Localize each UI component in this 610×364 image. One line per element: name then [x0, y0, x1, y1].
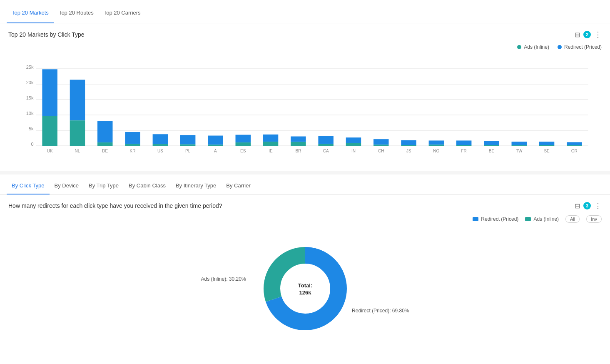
- svg-rect-44: [484, 141, 499, 145]
- svg-rect-19: [125, 144, 140, 146]
- svg-text:20k: 20k: [26, 80, 34, 85]
- pie-label-redirect: Redirect (Priced): [481, 216, 518, 222]
- svg-rect-21: [153, 144, 168, 146]
- svg-text:NO: NO: [433, 149, 439, 153]
- svg-text:BR: BR: [295, 149, 301, 153]
- svg-text:Total:: Total:: [298, 282, 312, 289]
- svg-text:IN: IN: [351, 149, 356, 153]
- svg-rect-50: [567, 142, 582, 145]
- legend-label-ads-inline: Ads (Inline): [524, 44, 549, 50]
- svg-text:TW: TW: [516, 149, 523, 153]
- svg-text:UK: UK: [47, 149, 53, 153]
- tab-by-cabin-class[interactable]: By Cabin Class: [124, 177, 171, 194]
- donut-annotation-redirect: Redirect (Priced): 69.80%: [352, 308, 409, 314]
- tab-top20markets[interactable]: Top 20 Markets: [7, 3, 54, 23]
- pill-inv[interactable]: Inv: [586, 215, 602, 223]
- pie-swatch-ads: [525, 217, 531, 221]
- svg-rect-22: [180, 135, 195, 144]
- svg-rect-33: [318, 144, 333, 146]
- section1-header: Top 20 Markets by Click Type ⊟ 2 ⋮: [0, 23, 610, 42]
- svg-rect-24: [208, 136, 223, 145]
- pill-all[interactable]: All: [565, 215, 580, 223]
- svg-rect-34: [346, 137, 361, 143]
- chart1-legend: Ads (Inline) Redirect (Priced): [0, 42, 610, 53]
- svg-rect-13: [42, 116, 57, 146]
- svg-rect-39: [401, 145, 416, 146]
- section2-actions: ⊟ 3 ⋮: [575, 201, 602, 210]
- bar-chart-svg: 0 5k 10k 15k 20k 25k UKNLDEKRUSPLAESIEBR…: [8, 53, 602, 162]
- svg-text:CH: CH: [378, 149, 384, 153]
- svg-text:ES: ES: [240, 149, 246, 153]
- svg-rect-41: [429, 145, 444, 146]
- tab-top20carriers[interactable]: Top 20 Carriers: [99, 3, 146, 23]
- svg-text:JS: JS: [406, 149, 411, 153]
- filter-badge-1: 2: [583, 31, 591, 38]
- legend-item-redirect-priced: Redirect (Priced): [558, 44, 602, 50]
- filter-icon-1[interactable]: ⊟: [575, 31, 580, 39]
- tab-top20routes[interactable]: Top 20 Routes: [54, 3, 99, 23]
- svg-text:25k: 25k: [26, 65, 34, 70]
- svg-text:IE: IE: [269, 149, 273, 153]
- bar-chart-container: 0 5k 10k 15k 20k 25k UKNLDEKRUSPLAESIEBR…: [0, 53, 610, 171]
- svg-text:10k: 10k: [26, 111, 34, 116]
- svg-rect-28: [263, 135, 278, 142]
- svg-rect-36: [373, 139, 388, 145]
- svg-rect-16: [97, 121, 112, 143]
- svg-rect-12: [42, 69, 57, 116]
- pie-legend-ads: Ads (Inline): [525, 215, 559, 223]
- top-navigation: Top 20 Markets Top 20 Routes Top 20 Carr…: [0, 0, 610, 23]
- svg-text:CA: CA: [323, 149, 329, 153]
- more-menu-icon-2[interactable]: ⋮: [594, 201, 602, 210]
- legend-item-ads-inline: Ads (Inline): [517, 44, 549, 50]
- section2-header: How many redirects for each click type h…: [0, 194, 610, 214]
- svg-text:PL: PL: [185, 149, 191, 153]
- more-menu-icon-1[interactable]: ⋮: [594, 30, 602, 39]
- svg-rect-51: [567, 145, 582, 146]
- svg-rect-27: [236, 142, 251, 146]
- section2-question: How many redirects for each click type h…: [8, 202, 222, 209]
- svg-rect-48: [539, 142, 554, 145]
- svg-text:0: 0: [31, 142, 33, 147]
- svg-rect-45: [484, 145, 499, 146]
- svg-rect-26: [236, 135, 251, 143]
- section-divider: [0, 171, 610, 175]
- svg-point-74: [281, 264, 329, 313]
- svg-rect-18: [125, 132, 140, 144]
- svg-text:KR: KR: [130, 149, 136, 153]
- svg-text:15k: 15k: [26, 95, 34, 100]
- pie-label-ads: Ads (Inline): [533, 216, 559, 222]
- sub-navigation: By Click Type By Device By Trip Type By …: [0, 175, 610, 194]
- svg-rect-30: [291, 137, 306, 142]
- svg-rect-38: [401, 140, 416, 145]
- pie-swatch-redirect: [473, 217, 478, 221]
- svg-rect-43: [456, 145, 471, 146]
- svg-rect-14: [70, 80, 85, 120]
- section1-actions: ⊟ 2 ⋮: [575, 30, 602, 39]
- filter-badge-2: 3: [583, 202, 591, 209]
- svg-text:GR: GR: [571, 149, 578, 153]
- tab-by-carrier[interactable]: By Carrier: [221, 177, 256, 194]
- svg-text:BE: BE: [489, 149, 495, 153]
- donut-annotation-ads: Ads (Inline): 30.20%: [201, 276, 246, 282]
- donut-chart-svg: Total: 126k: [264, 247, 347, 330]
- svg-rect-42: [456, 140, 471, 145]
- svg-rect-49: [539, 145, 554, 146]
- section1-title: Top 20 Markets by Click Type: [8, 31, 85, 38]
- svg-text:US: US: [157, 149, 163, 153]
- svg-text:FR: FR: [461, 149, 466, 153]
- tab-by-device[interactable]: By Device: [50, 177, 84, 194]
- legend-dot-ads-inline: [517, 45, 521, 49]
- svg-rect-40: [429, 140, 444, 145]
- tab-by-click-type[interactable]: By Click Type: [7, 177, 50, 194]
- filter-icon-2[interactable]: ⊟: [575, 202, 580, 210]
- svg-rect-29: [263, 142, 278, 146]
- pie-legend: Redirect (Priced) Ads (Inline) All Inv: [0, 214, 610, 226]
- legend-dot-redirect-priced: [558, 45, 562, 49]
- tab-by-trip-type[interactable]: By Trip Type: [84, 177, 124, 194]
- svg-rect-25: [208, 145, 223, 146]
- legend-label-redirect-priced: Redirect (Priced): [564, 44, 602, 50]
- svg-rect-31: [291, 142, 306, 146]
- tab-by-itinerary-type[interactable]: By Itinerary Type: [171, 177, 221, 194]
- svg-rect-20: [153, 134, 168, 144]
- svg-rect-17: [97, 142, 112, 146]
